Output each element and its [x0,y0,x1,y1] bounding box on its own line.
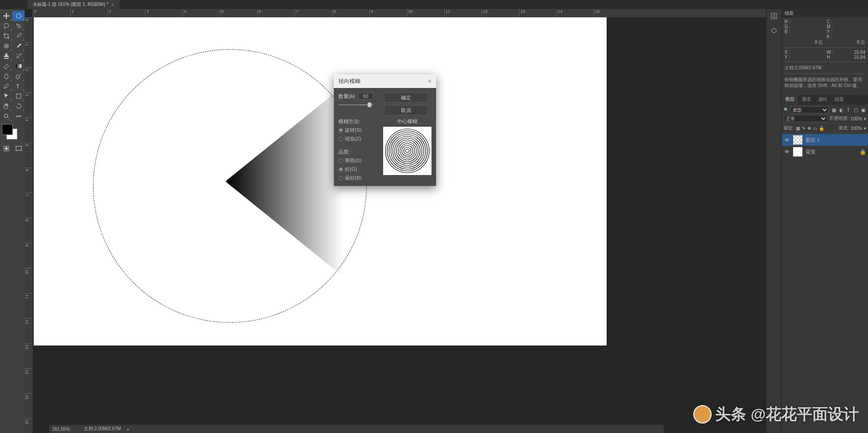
blend-mode-select[interactable]: 正常 [784,115,827,122]
opacity-value[interactable]: 100% [850,116,862,121]
ruler-vertical[interactable]: 0123456789101112131415161718 [25,17,33,433]
panel-tab-图层[interactable]: 图层 [782,95,798,105]
lasso-tool[interactable] [0,21,12,31]
radial-blur-dialog: 径向模糊 × 数量(A) [334,74,436,186]
canvas[interactable] [34,17,607,345]
layer-name[interactable]: 图层 1 [806,137,857,144]
svg-point-19 [398,142,416,160]
pen-tool[interactable] [0,81,12,91]
panel-tab-通道[interactable]: 通道 [798,95,815,105]
svg-point-18 [400,144,415,158]
ruler-horizontal[interactable]: 0123456789101112131415 [33,9,766,17]
svg-point-22 [393,136,422,165]
layer-filter-type[interactable]: 类型 [790,106,829,113]
panel-tab-属性[interactable]: 属性 [815,95,831,105]
status-doc-size[interactable]: 文档:2.00M/2.67M [84,426,121,432]
visibility-eye-icon[interactable]: 👁 [784,149,790,155]
shape-tool[interactable] [12,91,25,101]
svg-rect-3 [4,58,9,59]
rotate-view-tool[interactable] [12,101,25,111]
gradient-tool[interactable] [12,61,25,71]
svg-point-20 [396,140,418,162]
filter-pixel-icon[interactable]: ▦ [831,107,837,113]
filter-adjust-icon[interactable]: ◐ [838,107,844,113]
quality-good-radio[interactable]: 好(G) [338,166,379,173]
svg-text:T: T [16,83,20,90]
eraser-tool[interactable] [0,61,12,71]
svg-point-1 [20,27,21,29]
filter-shape-icon[interactable]: ▢ [852,107,859,113]
quality-best-radio[interactable]: 最好(B) [338,175,379,181]
layer-name[interactable]: 背景 [806,149,857,155]
layer-thumbnail[interactable] [793,135,803,145]
lock-position-icon[interactable]: ✥ [807,126,811,131]
lock-artboard-icon[interactable]: ▭ [813,126,817,131]
move-tool[interactable] [0,11,12,21]
dialog-title: 径向模糊 [338,77,360,85]
svg-point-0 [16,14,21,18]
dodge-tool[interactable] [12,71,25,81]
amount-input[interactable] [358,93,374,100]
hand-tool[interactable] [0,101,12,111]
layer-row[interactable]: 👁图层 1 [782,134,868,146]
marquee-tool[interactable] [12,11,25,21]
color-swatch[interactable] [2,124,17,139]
lock-transparency-icon[interactable]: ▦ [796,126,800,131]
right-panels: 信息 R : G : B : C : M : Y : K : 8 位 8 位 [781,9,868,433]
history-panel-icon[interactable] [770,12,778,20]
crop-tool[interactable] [0,31,12,41]
svg-point-23 [391,134,424,167]
quality-draft-radio[interactable]: 草图(D) [338,157,379,164]
blur-preview[interactable] [383,127,431,175]
collapsed-panel-dock [766,9,781,433]
lock-icon[interactable]: 🔒 [860,149,866,155]
blur-tool[interactable] [0,71,12,81]
type-tool[interactable]: T [12,81,25,91]
toolbox: T [0,9,25,433]
quick-select-tool[interactable] [12,21,25,31]
amount-slider[interactable] [338,102,373,108]
svg-rect-4 [16,64,21,68]
quick-mask-toggle[interactable] [0,144,12,153]
path-select-tool[interactable] [0,91,12,101]
filter-smart-icon[interactable]: ▣ [860,107,866,113]
chevron-right-icon[interactable]: ▸ [127,427,130,432]
edit-toolbar-button[interactable] [12,111,25,121]
visibility-eye-icon[interactable]: 👁 [784,137,790,143]
method-zoom-radio[interactable]: 缩放(Z) [338,135,379,142]
close-icon[interactable]: × [111,2,114,7]
zoom-tool[interactable] [0,111,12,121]
stamp-tool[interactable] [0,51,12,61]
svg-point-25 [387,131,427,171]
panel-tab-段落[interactable]: 段落 [831,95,847,105]
history-brush-tool[interactable] [12,51,25,61]
layer-row[interactable]: 👁背景🔒 [782,146,868,158]
method-spin-radio[interactable]: 旋转(S) [338,127,379,134]
screen-mode-toggle[interactable] [12,144,25,153]
info-panel-header[interactable]: 信息 [782,9,868,17]
layer-thumbnail[interactable] [793,147,803,157]
lock-all-icon[interactable]: 🔒 [819,126,824,131]
close-icon[interactable]: × [428,77,431,85]
properties-panel-icon[interactable] [770,26,778,35]
foreground-color[interactable] [2,124,13,135]
svg-point-13 [5,147,8,150]
document-tab-bar: 未标题-1 @ 161% (图层 1, RGB/8#) * × [0,0,868,9]
filter-type-icon[interactable]: T [845,107,852,113]
eyedropper-tool[interactable] [12,31,25,41]
dialog-titlebar[interactable]: 径向模糊 × [334,74,436,88]
chevron-down-icon[interactable]: ▾ [864,116,866,121]
fill-value[interactable]: 100% [850,126,862,131]
zoom-level[interactable]: 161.05% [52,427,78,432]
healing-tool[interactable] [0,41,12,51]
cancel-button[interactable]: 取消 [384,105,428,115]
lock-pixels-icon[interactable]: ✎ [802,126,806,131]
brush-tool[interactable] [12,41,25,51]
ok-button[interactable]: 确定 [384,93,428,103]
svg-point-26 [385,129,429,173]
chevron-down-icon[interactable]: ▾ [864,126,866,131]
document-tab[interactable]: 未标题-1 @ 161% (图层 1, RGB/8#) * × [27,0,120,9]
svg-point-11 [20,116,21,117]
marquee-selection[interactable] [93,49,367,323]
method-group-label: 模糊方法: [338,118,379,125]
